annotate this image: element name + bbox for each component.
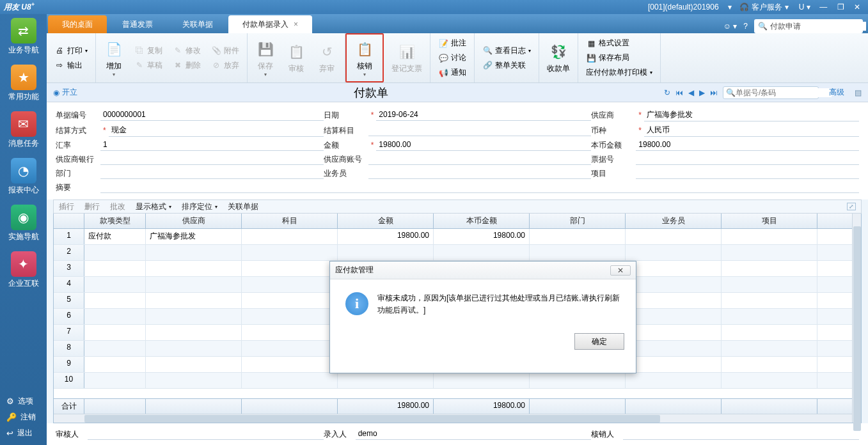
tab-bar: 我的桌面 普通发票 关联单据 付款单据录入× ☺ ▾ ? 🔍 × bbox=[47, 14, 868, 33]
savelayout-icon: 💾 bbox=[586, 53, 596, 63]
sidebar-item-report[interactable]: ◔报表中心 bbox=[4, 158, 43, 196]
dialog-close-icon[interactable]: ✕ bbox=[610, 265, 631, 276]
col-supplier[interactable]: 供应商 bbox=[146, 214, 242, 228]
minimize-icon[interactable]: — bbox=[819, 3, 827, 12]
entry-value: demo bbox=[356, 428, 592, 440]
u-menu[interactable]: U▾ bbox=[799, 3, 811, 12]
list-icon[interactable]: ▤ bbox=[855, 88, 862, 97]
unaudit-icon: ↺ bbox=[317, 42, 337, 62]
bank-label: 供应商银行 bbox=[56, 154, 100, 165]
nav-last-icon[interactable]: ⏭ bbox=[710, 88, 718, 97]
subject-label: 结算科目 bbox=[324, 125, 368, 136]
add-button[interactable]: 📄增加▾ bbox=[101, 38, 127, 79]
col-type[interactable]: 款项类型 bbox=[84, 214, 146, 228]
col-person[interactable]: 业务员 bbox=[626, 214, 722, 228]
summary-value bbox=[100, 182, 859, 193]
form-area: 单据编号0000000001 日期*2019-06-24 供应商*广福海参批发 … bbox=[47, 102, 868, 199]
account-dropdown-icon[interactable]: ▾ bbox=[728, 3, 732, 12]
register-cheque-button[interactable]: 📊登记支票 bbox=[389, 40, 425, 75]
printtmpl-button[interactable]: 应付付款单打印模▾ bbox=[583, 66, 655, 79]
currency-label: 币种 bbox=[591, 125, 636, 136]
modify-button[interactable]: ✎修改 bbox=[170, 44, 203, 58]
abandon-button[interactable]: ⊘放弃 bbox=[209, 59, 242, 72]
grid-delete-row[interactable]: 删行 bbox=[84, 201, 100, 212]
copy-button[interactable]: ⿻复制 bbox=[132, 44, 165, 58]
grid-vscroll[interactable] bbox=[852, 214, 861, 423]
copy-icon: ⿻ bbox=[134, 45, 145, 56]
col-project[interactable]: 项目 bbox=[722, 214, 817, 228]
sidebar-logout[interactable]: 🔑注销 bbox=[0, 409, 47, 425]
sidebar-item-implement[interactable]: ◉实施导航 bbox=[4, 205, 43, 242]
print-button[interactable]: 🖨打印▾ bbox=[52, 44, 90, 58]
nav-first-icon[interactable]: ⏮ bbox=[675, 88, 683, 97]
output-button[interactable]: ⇨输出 bbox=[52, 59, 90, 72]
tab-related-doc[interactable]: 关联单据 bbox=[168, 15, 227, 33]
doc-search-input[interactable] bbox=[736, 88, 832, 97]
gear-icon: ⚙ bbox=[6, 396, 14, 406]
reorder-button[interactable]: 🔗整单关联 bbox=[480, 59, 533, 72]
grid-hscroll[interactable] bbox=[54, 414, 861, 423]
doc-bar: ◉开立 付款单 ↻ ⏮ ◀ ▶ ⏭ 🔍 高级 ▤ bbox=[47, 83, 868, 102]
save-button[interactable]: 💾保存▾ bbox=[253, 38, 278, 79]
grid-related[interactable]: 关联单据 bbox=[228, 201, 258, 212]
maximize-icon[interactable]: ❐ bbox=[837, 3, 844, 12]
unaudit-button[interactable]: ↺弃审 bbox=[314, 40, 340, 75]
col-dept[interactable]: 部门 bbox=[530, 214, 626, 228]
notify-button[interactable]: 📢通知 bbox=[436, 66, 469, 79]
close-icon[interactable]: ✕ bbox=[854, 3, 860, 12]
draft-button[interactable]: ✎草稿 bbox=[132, 59, 165, 72]
sidebar-item-biznav[interactable]: ⇄业务导航 bbox=[4, 18, 43, 56]
person-value bbox=[368, 168, 592, 179]
dialog-ok-button[interactable]: 确定 bbox=[574, 333, 624, 350]
advanced-link[interactable]: 高级 bbox=[829, 87, 844, 98]
nav-next-icon[interactable]: ▶ bbox=[699, 88, 705, 97]
amount-label: 金额 bbox=[324, 140, 368, 151]
tab-invoice[interactable]: 普通发票 bbox=[108, 15, 167, 33]
nav-prev-icon[interactable]: ◀ bbox=[688, 88, 694, 97]
col-subject[interactable]: 科目 bbox=[242, 214, 338, 228]
person-label: 业务员 bbox=[324, 168, 368, 179]
sidebar-options[interactable]: ⚙选项 bbox=[0, 393, 47, 409]
cheque-icon: 📊 bbox=[397, 42, 417, 62]
smile-icon[interactable]: ☺ ▾ bbox=[723, 22, 738, 31]
refresh-icon[interactable]: ↻ bbox=[664, 88, 670, 97]
grid-expand-icon[interactable]: ⤢ bbox=[847, 203, 856, 210]
doc-search[interactable]: 🔍 bbox=[723, 86, 819, 99]
search-input[interactable] bbox=[770, 22, 866, 31]
sidebar-exit[interactable]: ↩退出 bbox=[0, 425, 47, 441]
total-local: 19800.00 bbox=[434, 399, 530, 414]
col-amount[interactable]: 金额 bbox=[338, 214, 434, 228]
viewlog-button[interactable]: 🔍查看日志▾ bbox=[480, 44, 533, 58]
table-row[interactable]: 2 bbox=[54, 245, 861, 261]
col-local[interactable]: 本币金额 bbox=[434, 214, 530, 228]
sidebar-item-common[interactable]: ★常用功能 bbox=[4, 65, 43, 102]
verify-button[interactable]: 📋核销▾ bbox=[352, 38, 377, 79]
table-row[interactable]: 1应付款广福海参批发19800.0019800.00 bbox=[54, 229, 861, 245]
sidebar-item-enterprise[interactable]: ✦企业互联 bbox=[4, 251, 43, 289]
tab-desktop[interactable]: 我的桌面 bbox=[48, 15, 107, 33]
attach-button[interactable]: 📎附件 bbox=[209, 44, 242, 58]
modify-icon: ✎ bbox=[173, 45, 183, 56]
tab-payment-entry[interactable]: 付款单据录入× bbox=[228, 15, 312, 33]
global-search[interactable]: 🔍 × bbox=[754, 19, 863, 33]
customer-service[interactable]: 🎧客户服务▾ bbox=[739, 2, 789, 13]
note-button[interactable]: 📝批注 bbox=[436, 36, 469, 50]
audit-icon: 📋 bbox=[286, 42, 306, 62]
grid-display-format[interactable]: 显示格式▾ bbox=[136, 201, 171, 212]
audit-button[interactable]: 📋审核 bbox=[283, 40, 309, 75]
grid-batch[interactable]: 批改 bbox=[110, 201, 125, 212]
tab-close-icon[interactable]: × bbox=[294, 20, 298, 29]
grid-sort[interactable]: 排序定位▾ bbox=[182, 201, 217, 212]
open-button[interactable]: ◉开立 bbox=[53, 87, 77, 98]
help-icon[interactable]: ? bbox=[743, 22, 748, 31]
discuss-button[interactable]: 💬讨论 bbox=[436, 51, 469, 65]
table-row[interactable]: 10 bbox=[54, 373, 861, 389]
delete-button[interactable]: ✖删除 bbox=[170, 59, 203, 72]
grid-insert-row[interactable]: 插行 bbox=[59, 201, 74, 212]
savelayout-button[interactable]: 💾保存布局 bbox=[583, 51, 655, 65]
sidebar-item-message[interactable]: ✉消息任务 bbox=[4, 111, 43, 149]
info-icon: i bbox=[345, 292, 368, 315]
amount-value: 19800.00 bbox=[376, 139, 591, 151]
format-button[interactable]: ▦格式设置 bbox=[583, 36, 655, 50]
receipt-button[interactable]: 💱收款单 bbox=[544, 40, 572, 75]
